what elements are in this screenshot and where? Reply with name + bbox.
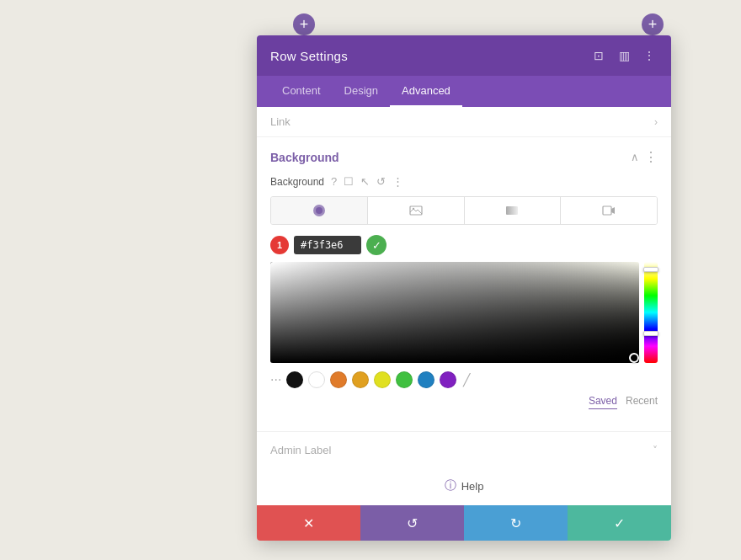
bg-more-icon[interactable]: ⋮: [392, 175, 403, 188]
redo-button[interactable]: ↻: [464, 505, 568, 541]
background-section-header: Background ∧ ⋮: [270, 149, 658, 165]
tab-advanced[interactable]: Advanced: [390, 76, 462, 107]
modal-footer: ✕ ↺ ↻ ✓: [257, 505, 671, 541]
tab-content[interactable]: Content: [270, 76, 333, 107]
modal-header: Row Settings ⊡ ▥ ⋮: [257, 35, 671, 76]
gradient-handle[interactable]: [629, 353, 639, 363]
bg-type-image[interactable]: [368, 197, 465, 224]
color-picker: 1 ✓: [270, 235, 658, 409]
background-label-row: Background ? ☐ ↖ ↺ ⋮: [270, 175, 658, 188]
hue-slider-handle[interactable]: [643, 267, 658, 272]
admin-label-row[interactable]: Admin Label ˅: [257, 432, 671, 468]
preset-orange[interactable]: [330, 371, 347, 388]
reset-icon[interactable]: ↺: [376, 175, 386, 188]
saved-recent-tabs: Saved Recent: [270, 395, 658, 409]
tab-design[interactable]: Design: [333, 76, 390, 107]
preset-gold[interactable]: [352, 371, 369, 388]
modal-title: Row Settings: [270, 49, 348, 63]
screenshot-icon[interactable]: ⊡: [590, 47, 607, 64]
save-button[interactable]: ✓: [568, 505, 671, 541]
help-row[interactable]: ⓘ Help: [257, 468, 671, 505]
preset-yellow[interactable]: [374, 371, 391, 388]
color-input-row: 1 ✓: [270, 235, 658, 255]
plus-icon-left: +: [300, 17, 309, 32]
image-selector-icon[interactable]: ☐: [344, 175, 354, 188]
plus-icon-right: +: [648, 17, 658, 32]
modal-tabs: Content Design Advanced: [257, 76, 671, 107]
bg-type-video[interactable]: [561, 197, 657, 224]
background-section-title: Background: [270, 151, 339, 164]
saved-tab[interactable]: Saved: [589, 395, 617, 409]
color-presets-row: ··· ╱: [270, 371, 658, 388]
link-chevron-icon: ›: [654, 116, 658, 128]
plus-button-left[interactable]: +: [293, 13, 315, 35]
background-type-tabs: [270, 196, 658, 225]
preset-black[interactable]: [286, 371, 303, 388]
svg-rect-3: [603, 206, 611, 215]
recent-tab[interactable]: Recent: [626, 395, 658, 409]
cursor-icon[interactable]: ↖: [360, 175, 370, 188]
preset-purple[interactable]: [440, 371, 456, 388]
link-section-row[interactable]: Link ›: [257, 107, 671, 137]
help-question-mark-icon: ⓘ: [445, 478, 456, 493]
gradient-canvas[interactable]: [270, 262, 639, 363]
cancel-button[interactable]: ✕: [257, 505, 360, 541]
background-label: Background: [270, 176, 324, 188]
collapse-icon[interactable]: ∧: [631, 151, 639, 163]
background-section: Background ∧ ⋮ Background ? ☐ ↖ ↺ ⋮: [257, 137, 671, 432]
hue-slider-handle-2[interactable]: [643, 331, 658, 336]
help-question-icon[interactable]: ?: [331, 175, 337, 188]
svg-rect-2: [506, 206, 518, 215]
admin-label-chevron: ˅: [653, 445, 658, 456]
color-hex-input[interactable]: [294, 236, 361, 254]
reset-button[interactable]: ↺: [360, 505, 464, 541]
color-confirm-button[interactable]: ✓: [366, 235, 386, 255]
plus-button-right[interactable]: +: [642, 13, 664, 35]
help-text: Help: [461, 480, 484, 493]
row-settings-modal: Row Settings ⊡ ▥ ⋮ Content Design Advanc…: [257, 35, 671, 541]
more-options-icon[interactable]: ⋮: [641, 47, 658, 64]
modal-header-icons: ⊡ ▥ ⋮: [590, 47, 658, 64]
section-header-right: ∧ ⋮: [631, 149, 658, 165]
admin-label-text: Admin Label: [270, 444, 331, 456]
bg-type-color[interactable]: [271, 197, 368, 224]
svg-point-1: [412, 208, 413, 210]
more-dots-icon[interactable]: ···: [270, 372, 281, 387]
columns-icon[interactable]: ▥: [616, 47, 632, 64]
bg-type-gradient[interactable]: [465, 197, 562, 224]
preset-white[interactable]: [308, 371, 325, 388]
gradient-canvas-wrapper[interactable]: [270, 262, 658, 363]
preset-green[interactable]: [396, 371, 413, 388]
hue-slider[interactable]: [644, 262, 658, 363]
preset-blue[interactable]: [418, 371, 434, 388]
eyedropper-icon[interactable]: ╱: [463, 373, 470, 387]
link-label: Link: [270, 115, 291, 128]
color-badge-number: 1: [270, 236, 289, 254]
section-more-icon[interactable]: ⋮: [644, 149, 658, 165]
modal-content: Link › Background ∧ ⋮ Background ? ☐ ↖ ↺…: [257, 107, 671, 505]
